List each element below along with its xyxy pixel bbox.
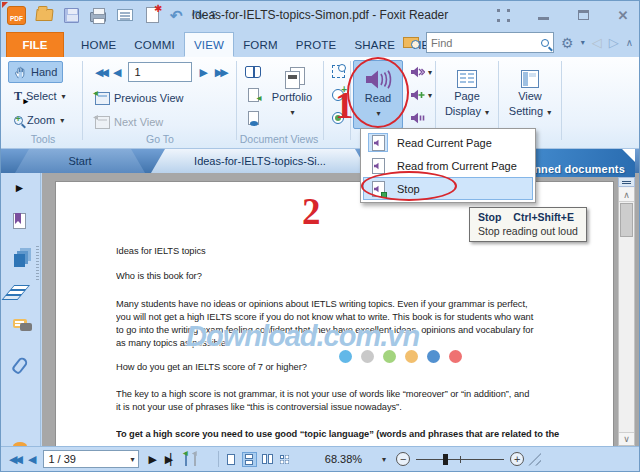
find-box[interactable]	[426, 32, 554, 53]
first-page-icon[interactable]: ◀◀	[95, 67, 106, 78]
read-button[interactable]: Read ▾	[353, 60, 403, 129]
next-view-button[interactable]: Next View	[89, 111, 169, 133]
portfolio-button[interactable]: Portfolio ▾	[266, 60, 318, 130]
zoom-caret-icon: ▾	[60, 116, 64, 125]
status-first-page-icon[interactable]: ◀◀	[9, 454, 20, 465]
tab-protect[interactable]: PROTE	[287, 32, 346, 57]
layers-panel-button[interactable]	[1, 285, 38, 290]
scrollbar-thumb[interactable]	[620, 203, 633, 237]
view-setting-button[interactable]: View Setting ▾	[502, 60, 558, 129]
page-eye-icon	[248, 111, 259, 125]
text-viewer-button[interactable]	[242, 108, 264, 128]
continuous-view-button[interactable]	[242, 452, 257, 467]
loupe-button[interactable]	[328, 85, 348, 104]
zoom-in-button[interactable]: +	[510, 452, 524, 466]
menu-item-read-from-current-page[interactable]: Read from Current Page	[363, 154, 533, 177]
pages-panel-button[interactable]	[1, 249, 38, 267]
tab-form[interactable]: FORM	[234, 32, 287, 57]
forward-chevron-icon[interactable]: ▷	[609, 36, 619, 49]
expand-panel-button[interactable]: ►	[1, 181, 38, 195]
speaker-volume-icon	[411, 89, 425, 101]
status-next-view-icon	[194, 452, 196, 466]
hand-tool-button[interactable]: Hand	[8, 61, 63, 83]
loupe-icon	[332, 89, 344, 101]
view-setting-label-2: Setting ▾	[509, 105, 551, 119]
previous-view-button[interactable]: Previous View	[89, 87, 190, 109]
tab-view[interactable]: VIEW	[184, 32, 234, 57]
zoom-tool-button[interactable]: Zoom▾	[8, 109, 70, 131]
bookmarks-panel-button[interactable]	[1, 213, 38, 229]
print-button[interactable]	[89, 6, 107, 24]
tab-document[interactable]: Ideas-for-IELTS-topics-Si...	[151, 149, 369, 173]
gear-icon[interactable]: ⚙	[561, 36, 574, 50]
status-next-view-button[interactable]	[194, 453, 196, 465]
tooltip-title: Stop	[478, 211, 501, 223]
page-thumbnails-icon	[14, 254, 25, 267]
previous-page-icon[interactable]: ◀	[113, 67, 121, 78]
tab-share[interactable]: SHARE	[345, 32, 404, 57]
collapse-ribbon-icon[interactable]: ∧	[626, 38, 633, 48]
sidebar-splitter-handle[interactable]	[36, 246, 39, 280]
status-previous-view-button[interactable]	[185, 453, 187, 465]
create-pdf-button[interactable]	[143, 6, 161, 24]
foxit-app-icon[interactable]: PDF	[7, 6, 26, 25]
magnifier-button[interactable]	[328, 108, 348, 127]
read-volume-button[interactable]: ▾	[405, 84, 438, 106]
tab-start[interactable]: Start	[15, 149, 145, 173]
scroll-up-icon[interactable]: ∧	[619, 188, 634, 202]
email-button[interactable]	[116, 6, 134, 24]
close-button[interactable]: ✕	[615, 7, 631, 23]
goto-group-label: Go To	[87, 133, 233, 145]
ribbon: Hand T Select▾ Zoom▾ Tools ◀◀ ◀ 1 ▶ ▶▶ P…	[1, 57, 639, 149]
reverse-view-button[interactable]	[242, 85, 264, 105]
single-page-view-button[interactable]	[224, 452, 239, 467]
page-number-input[interactable]: 1	[128, 62, 192, 82]
vertical-scrollbar[interactable]: ∧ ∨	[618, 177, 635, 446]
find-input[interactable]	[431, 37, 541, 49]
read-pause-button[interactable]	[405, 107, 431, 129]
comments-panel-button[interactable]	[1, 319, 38, 328]
search-icon[interactable]	[541, 39, 549, 47]
status-page-indicator[interactable]: 1 / 39 ▾	[43, 450, 139, 468]
minimize-button[interactable]	[535, 7, 551, 23]
search-folder-icon[interactable]	[403, 37, 419, 48]
scroll-down-icon[interactable]: ∨	[619, 432, 634, 445]
restore-button[interactable]	[575, 7, 591, 23]
status-last-page-icon[interactable]: ▶▏	[165, 453, 176, 466]
zoom-slider[interactable]	[416, 452, 504, 466]
facing-page-icon	[262, 454, 267, 464]
continuous-facing-view-button[interactable]	[278, 452, 293, 467]
zoom-out-button[interactable]: −	[396, 452, 410, 466]
read-mode-button[interactable]	[242, 62, 264, 82]
redo-button[interactable]: ↷	[192, 8, 205, 23]
open-file-button[interactable]	[35, 6, 53, 24]
menu-item-stop[interactable]: Stop	[363, 177, 533, 200]
tab-file[interactable]: FILE	[6, 32, 64, 57]
select-tool-button[interactable]: T Select▾	[8, 85, 72, 107]
last-page-icon[interactable]: ▶▶	[215, 67, 226, 78]
page-display-button[interactable]: Page Display ▾	[439, 60, 495, 129]
status-previous-page-icon[interactable]: ◀	[28, 454, 36, 465]
read-rate-button[interactable]: ▾	[405, 61, 438, 83]
tab-home[interactable]: HOME	[72, 32, 125, 57]
previous-view-icon	[95, 92, 110, 105]
facing-view-button[interactable]	[260, 452, 275, 467]
back-chevron-icon[interactable]: ◁	[592, 36, 602, 49]
marquee-zoom-button[interactable]	[328, 62, 348, 81]
status-next-page-icon[interactable]: ▶	[148, 453, 156, 466]
save-button[interactable]	[62, 6, 80, 24]
zoom-caret-icon[interactable]: ▾	[382, 455, 386, 464]
resize-grip-icon[interactable]	[528, 453, 541, 466]
fullscreen-button[interactable]	[495, 7, 511, 23]
zoom-level-value[interactable]: 68.38%	[325, 453, 362, 465]
gear-caret-icon[interactable]: ▾	[581, 38, 585, 47]
tab-comment[interactable]: COMMI	[125, 32, 184, 57]
split-view-handle[interactable]	[618, 177, 635, 187]
next-page-icon[interactable]: ▶	[199, 67, 207, 78]
zoom-slider-thumb[interactable]	[443, 454, 448, 465]
undo-button[interactable]: ↶	[170, 8, 183, 23]
customize-toolbar-caret-icon[interactable]: ▾	[211, 11, 216, 20]
menu-item-read-current-page[interactable]: Read Current Page	[363, 131, 533, 154]
find-zone: ⚙▾ ◁ ▷ ∧	[403, 32, 633, 53]
attachments-panel-button[interactable]	[1, 357, 38, 374]
